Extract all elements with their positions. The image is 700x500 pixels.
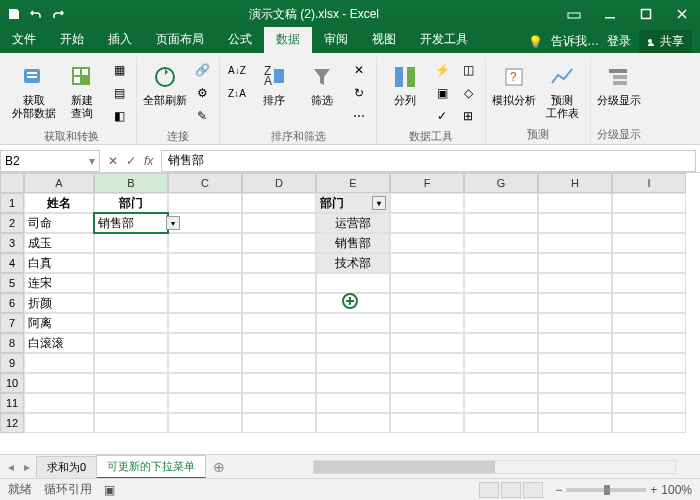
save-icon[interactable] [6, 6, 22, 22]
cell[interactable] [94, 373, 168, 393]
cell[interactable] [612, 373, 686, 393]
ribbon-options-icon[interactable] [562, 4, 586, 24]
cell[interactable] [612, 293, 686, 313]
row-header[interactable]: 10 [0, 373, 24, 393]
col-header[interactable]: G [464, 173, 538, 193]
cell[interactable] [464, 193, 538, 213]
cell[interactable]: 成玉 [24, 233, 94, 253]
cell[interactable]: 司命 [24, 213, 94, 233]
view-break-icon[interactable] [523, 482, 543, 498]
get-external-data-button[interactable]: 获取 外部数据 [12, 59, 56, 122]
cell[interactable] [538, 333, 612, 353]
cell[interactable] [242, 393, 316, 413]
record-macro-icon[interactable]: ▣ [104, 483, 115, 497]
row-header[interactable]: 12 [0, 413, 24, 433]
view-layout-icon[interactable] [501, 482, 521, 498]
cell[interactable] [316, 293, 390, 313]
minimize-icon[interactable] [598, 4, 622, 24]
select-all-corner[interactable] [0, 173, 24, 193]
cell[interactable]: 部门▾ [316, 193, 390, 213]
cell[interactable] [316, 373, 390, 393]
cell[interactable] [168, 393, 242, 413]
cell[interactable] [464, 413, 538, 433]
cell[interactable]: 运营部 [316, 213, 390, 233]
col-header[interactable]: E [316, 173, 390, 193]
what-if-button[interactable]: ?模拟分析 [492, 59, 536, 109]
cell[interactable] [464, 353, 538, 373]
cell[interactable]: 连宋 [24, 273, 94, 293]
cell[interactable] [24, 353, 94, 373]
row-header[interactable]: 1 [0, 193, 24, 213]
cell[interactable] [24, 393, 94, 413]
cell[interactable]: 销售部▾ [94, 213, 168, 233]
cell[interactable] [390, 373, 464, 393]
flash-fill-icon[interactable]: ⚡ [431, 59, 453, 81]
share-button[interactable]: 共享 [639, 30, 692, 53]
undo-icon[interactable] [28, 6, 44, 22]
cell[interactable] [168, 313, 242, 333]
cell[interactable] [168, 273, 242, 293]
cell[interactable] [464, 273, 538, 293]
cell[interactable] [168, 413, 242, 433]
login-link[interactable]: 登录 [607, 33, 631, 50]
cell[interactable] [242, 353, 316, 373]
cell[interactable] [612, 253, 686, 273]
cell[interactable] [612, 353, 686, 373]
cell[interactable] [612, 233, 686, 253]
redo-icon[interactable] [50, 6, 66, 22]
cell[interactable] [94, 393, 168, 413]
row-header[interactable]: 7 [0, 313, 24, 333]
cell[interactable] [612, 193, 686, 213]
cell[interactable] [242, 333, 316, 353]
cell[interactable] [94, 413, 168, 433]
cell[interactable] [612, 273, 686, 293]
tab-data[interactable]: 数据 [264, 27, 312, 53]
name-box[interactable]: B2▾ [0, 150, 100, 172]
row-header[interactable]: 6 [0, 293, 24, 313]
cell[interactable] [390, 193, 464, 213]
cell[interactable] [168, 233, 242, 253]
cell[interactable] [464, 293, 538, 313]
row-header[interactable]: 8 [0, 333, 24, 353]
cell[interactable] [538, 213, 612, 233]
cell[interactable] [612, 393, 686, 413]
text-to-columns-button[interactable]: 分列 [383, 59, 427, 109]
cell[interactable] [538, 273, 612, 293]
cell[interactable] [390, 213, 464, 233]
cell[interactable] [464, 333, 538, 353]
row-header[interactable]: 11 [0, 393, 24, 413]
formula-bar[interactable]: 销售部 [161, 150, 696, 172]
cell[interactable] [464, 393, 538, 413]
col-header[interactable]: C [168, 173, 242, 193]
fx-icon[interactable]: fx [144, 154, 153, 168]
col-header[interactable]: B [94, 173, 168, 193]
connections-icon[interactable]: 🔗 [191, 59, 213, 81]
cell[interactable]: 销售部 [316, 233, 390, 253]
cell[interactable] [242, 213, 316, 233]
cell[interactable] [168, 353, 242, 373]
cell[interactable] [390, 253, 464, 273]
cell[interactable] [390, 313, 464, 333]
cell[interactable] [390, 233, 464, 253]
cell[interactable] [390, 413, 464, 433]
col-header[interactable]: I [612, 173, 686, 193]
new-sheet-icon[interactable]: ⊕ [205, 459, 233, 475]
recent-sources-icon[interactable]: ◧ [108, 105, 130, 127]
cell[interactable] [538, 193, 612, 213]
col-header[interactable]: H [538, 173, 612, 193]
view-normal-icon[interactable] [479, 482, 499, 498]
cancel-formula-icon[interactable]: ✕ [108, 154, 118, 168]
sheet-nav-prev-icon[interactable]: ◂ [4, 460, 18, 474]
tab-file[interactable]: 文件 [0, 27, 48, 53]
advanced-icon[interactable]: ⋯ [348, 105, 370, 127]
cell[interactable] [464, 373, 538, 393]
tab-developer[interactable]: 开发工具 [408, 27, 480, 53]
cell[interactable] [168, 193, 242, 213]
cell[interactable] [464, 313, 538, 333]
cell[interactable] [242, 193, 316, 213]
cell[interactable]: 白滚滚 [24, 333, 94, 353]
cell[interactable] [612, 213, 686, 233]
remove-dup-icon[interactable]: ▣ [431, 82, 453, 104]
cell[interactable] [538, 413, 612, 433]
sheet-nav-next-icon[interactable]: ▸ [18, 460, 36, 474]
